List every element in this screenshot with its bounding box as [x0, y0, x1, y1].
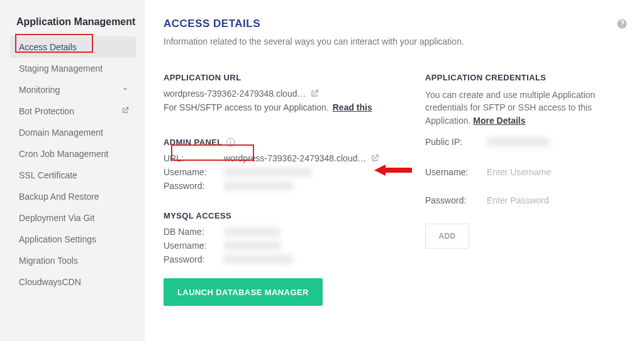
- section-heading-mysql-access: MYSQL ACCESS: [164, 211, 402, 220]
- sidebar-item-cron-job-management[interactable]: Cron Job Management: [10, 143, 136, 165]
- admin-username-label: Username:: [164, 167, 220, 177]
- credentials-description: You can create and use multiple Applicat…: [425, 89, 628, 127]
- credentials-username-input[interactable]: [487, 163, 625, 181]
- sidebar-title: Application Management: [10, 16, 136, 28]
- mysql-dbname-value-blurred: [224, 227, 280, 236]
- external-link-icon[interactable]: [309, 89, 319, 99]
- sidebar-item-label: Bot Protection: [19, 106, 74, 116]
- admin-url-label: URL:: [164, 153, 220, 163]
- sidebar-item-staging-management[interactable]: Staging Management: [10, 58, 136, 79]
- sidebar-item-application-settings[interactable]: Application Settings: [10, 229, 136, 250]
- more-details-link[interactable]: More Details: [473, 116, 525, 126]
- credentials-password-input[interactable]: [487, 192, 625, 210]
- sidebar-item-label: Access Details: [19, 42, 77, 52]
- credentials-username-label: Username:: [425, 167, 475, 177]
- ssh-note-text: For SSH/SFTP access to your Application.: [164, 102, 329, 112]
- launch-database-manager-button[interactable]: LAUNCH DATABASE MANAGER: [164, 278, 323, 306]
- section-heading-admin-panel: ADMIN PANEL i: [164, 138, 402, 147]
- credentials-password-label: Password:: [425, 195, 475, 205]
- sidebar-item-label: CloudwaysCDN: [19, 277, 81, 287]
- sidebar-item-migration-tools[interactable]: Migration Tools: [10, 250, 136, 271]
- sidebar-item-monitoring[interactable]: Monitoring: [10, 79, 136, 100]
- sidebar-item-deployment-via-git[interactable]: Deployment Via Git: [10, 207, 136, 229]
- sidebar: Application Management Access Details St…: [0, 0, 145, 341]
- mysql-dbname-label: DB Name:: [164, 227, 220, 237]
- public-ip-value-blurred: [487, 138, 550, 146]
- mysql-username-label: Username:: [164, 241, 220, 251]
- sidebar-item-label: Cron Job Management: [19, 149, 108, 159]
- mysql-username-value-blurred: [224, 241, 280, 250]
- help-icon[interactable]: [616, 18, 628, 30]
- sidebar-item-ssl-certificate[interactable]: SSL Certificate: [10, 165, 136, 186]
- sidebar-item-access-details[interactable]: Access Details: [10, 36, 136, 58]
- sidebar-item-label: SSL Certificate: [19, 170, 77, 180]
- sidebar-item-label: Migration Tools: [19, 256, 78, 266]
- admin-password-value-blurred: [224, 181, 293, 190]
- sidebar-item-label: Domain Management: [19, 127, 103, 138]
- section-heading-application-credentials: APPLICATION CREDENTIALS: [425, 73, 628, 82]
- admin-username-value-blurred: [224, 168, 312, 176]
- sidebar-item-label: Application Settings: [19, 234, 96, 244]
- admin-url-value: wordpress-739362-2479348.cloud…: [224, 153, 366, 163]
- main-panel: ACCESS DETAILS Information related to th…: [145, 0, 644, 341]
- external-link-icon[interactable]: [370, 153, 380, 163]
- add-button[interactable]: ADD: [425, 224, 469, 249]
- sidebar-item-domain-management[interactable]: Domain Management: [10, 122, 136, 143]
- application-url-value: wordpress-739362-2479348.cloud…: [164, 89, 306, 99]
- public-ip-label: Public IP:: [425, 137, 475, 147]
- chevron-down-icon: [121, 85, 130, 95]
- external-link-icon: [121, 106, 130, 117]
- page-subtitle: Information related to the several ways …: [164, 36, 628, 46]
- read-this-link[interactable]: Read this: [333, 102, 372, 112]
- info-icon[interactable]: i: [226, 138, 235, 147]
- section-heading-application-url: APPLICATION URL: [164, 73, 402, 82]
- sidebar-item-backup-and-restore[interactable]: Backup And Restore: [10, 186, 136, 207]
- sidebar-item-label: Monitoring: [19, 85, 60, 95]
- sidebar-item-label: Deployment Via Git: [19, 213, 94, 223]
- sidebar-item-bot-protection[interactable]: Bot Protection: [10, 100, 136, 122]
- mysql-password-value-blurred: [224, 255, 293, 264]
- page-title: ACCESS DETAILS: [164, 18, 260, 30]
- sidebar-item-label: Backup And Restore: [19, 192, 99, 202]
- admin-password-label: Password:: [164, 181, 220, 191]
- mysql-password-label: Password:: [164, 254, 220, 264]
- sidebar-item-label: Staging Management: [19, 63, 103, 73]
- sidebar-item-cloudwayscdn[interactable]: CloudwaysCDN: [10, 271, 136, 293]
